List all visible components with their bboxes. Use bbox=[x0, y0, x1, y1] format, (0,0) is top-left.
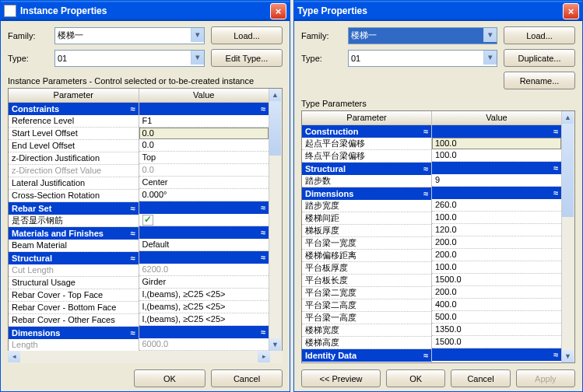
value-cell[interactable]: 0.0 bbox=[139, 128, 269, 139]
param-cell[interactable]: Lateral Justification bbox=[9, 177, 139, 190]
param-cell[interactable]: 梯板厚度 bbox=[302, 225, 431, 237]
param-cell[interactable]: Cross-Section Rotation bbox=[9, 190, 139, 202]
section-header[interactable]: ≈ bbox=[432, 187, 561, 199]
vertical-scrollbar[interactable]: ▲ ▼ bbox=[561, 111, 574, 362]
value-cell[interactable]: Center bbox=[139, 177, 269, 189]
section-header[interactable]: Identity Data≈ bbox=[302, 349, 431, 362]
family-combo[interactable]: 楼梯一▾ bbox=[54, 27, 205, 44]
close-icon[interactable]: × bbox=[270, 3, 286, 19]
param-cell[interactable]: Rebar Cover - Bottom Face bbox=[9, 302, 139, 314]
param-cell[interactable]: Reference Level bbox=[9, 115, 139, 128]
section-header[interactable]: ≈ bbox=[139, 103, 269, 115]
param-cell[interactable]: Length bbox=[9, 339, 139, 351]
section-header[interactable]: Constraints≈ bbox=[9, 103, 139, 115]
ok-button[interactable]: OK bbox=[386, 369, 445, 387]
value-cell[interactable]: 120.0 bbox=[432, 224, 561, 236]
param-cell[interactable]: 是否显示钢筋 bbox=[9, 215, 139, 227]
value-cell[interactable]: F1 bbox=[139, 115, 269, 128]
param-cell[interactable]: 踏步宽度 bbox=[302, 200, 431, 212]
value-cell[interactable]: 400.0 bbox=[432, 299, 561, 311]
scroll-down-icon[interactable]: ▼ bbox=[269, 338, 281, 351]
param-cell[interactable]: 平台梁二高度 bbox=[302, 299, 431, 312]
value-cell[interactable]: 200.0 bbox=[432, 249, 561, 261]
param-cell[interactable]: 平台梁二宽度 bbox=[302, 287, 431, 299]
param-cell[interactable]: 楼梯偏移距离 bbox=[302, 250, 431, 262]
preview-button[interactable]: << Preview bbox=[301, 369, 381, 387]
section-header[interactable]: Construction≈ bbox=[302, 125, 431, 138]
section-header[interactable]: ≈ bbox=[139, 226, 269, 239]
param-cell[interactable]: 踏步数 bbox=[302, 175, 431, 187]
value-cell[interactable]: Default bbox=[139, 239, 269, 251]
section-header[interactable]: ≈ bbox=[139, 201, 269, 214]
titlebar-right[interactable]: Type Properties × bbox=[294, 1, 582, 21]
load-button[interactable]: Load... bbox=[211, 26, 283, 44]
section-header[interactable]: ≈ bbox=[432, 125, 561, 138]
section-header[interactable]: ≈ bbox=[139, 251, 269, 264]
cancel-button[interactable]: Cancel bbox=[211, 369, 283, 387]
scroll-thumb[interactable] bbox=[562, 124, 574, 217]
section-header[interactable]: Structural≈ bbox=[9, 252, 139, 264]
param-cell[interactable]: End Level Offset bbox=[9, 140, 139, 152]
close-icon[interactable]: × bbox=[563, 3, 579, 19]
param-cell[interactable]: Cut Length bbox=[9, 264, 139, 277]
param-cell[interactable]: z-Direction Justification bbox=[9, 152, 139, 165]
load-button[interactable]: Load... bbox=[504, 26, 575, 44]
section-header[interactable]: ≈ bbox=[432, 162, 561, 174]
type-combo[interactable]: 01▾ bbox=[54, 50, 205, 67]
section-header[interactable]: Materials and Finishes≈ bbox=[9, 227, 139, 240]
param-cell[interactable]: Type Comments bbox=[302, 362, 431, 362]
param-cell[interactable]: 楼梯间距 bbox=[302, 212, 431, 225]
value-cell[interactable]: 100.0 bbox=[432, 261, 561, 274]
titlebar-left[interactable]: Instance Properties × bbox=[1, 1, 290, 21]
value-cell[interactable]: 6200.0 bbox=[139, 264, 269, 276]
ok-button[interactable]: OK bbox=[134, 369, 205, 387]
apply-button[interactable]: Apply bbox=[516, 369, 575, 387]
scroll-left-icon[interactable]: ◂ bbox=[8, 351, 20, 362]
section-header[interactable]: Dimensions≈ bbox=[302, 187, 431, 200]
value-cell[interactable]: 260.0 bbox=[432, 199, 561, 212]
section-header[interactable]: ≈ bbox=[432, 348, 561, 361]
value-cell[interactable]: 100.0 bbox=[432, 138, 561, 149]
value-cell[interactable]: 200.0 bbox=[432, 236, 561, 249]
value-cell[interactable]: 1500.0 bbox=[432, 336, 561, 348]
value-cell[interactable]: 100.0 bbox=[432, 149, 561, 162]
value-cell[interactable]: 9 bbox=[432, 174, 561, 187]
param-cell[interactable]: 终点平台梁偏移 bbox=[302, 150, 431, 163]
scroll-up-icon[interactable]: ▲ bbox=[269, 89, 281, 101]
value-cell[interactable]: 1350.0 bbox=[432, 324, 561, 336]
scroll-right-icon[interactable]: ▸ bbox=[258, 351, 270, 362]
family-combo[interactable]: 楼梯一▾ bbox=[348, 27, 497, 44]
section-header[interactable]: ≈ bbox=[139, 326, 269, 338]
param-cell[interactable]: 平台板长度 bbox=[302, 275, 431, 287]
value-cell[interactable]: Girder bbox=[139, 276, 269, 289]
value-cell[interactable]: I,(beams), ≥C25 <25> bbox=[139, 301, 269, 313]
param-cell[interactable]: 平台板厚度 bbox=[302, 262, 431, 275]
value-cell[interactable]: 0.000° bbox=[139, 189, 269, 201]
param-cell[interactable]: 楼梯宽度 bbox=[302, 324, 431, 337]
scroll-up-icon[interactable]: ▲ bbox=[562, 111, 574, 124]
scroll-down-icon[interactable]: ▼ bbox=[562, 350, 574, 362]
value-cell[interactable]: 楼梯 bbox=[432, 361, 561, 362]
value-cell[interactable]: Top bbox=[139, 152, 269, 164]
value-cell[interactable]: 500.0 bbox=[432, 311, 561, 324]
checkbox[interactable]: ✓ bbox=[142, 215, 153, 226]
rename-button[interactable]: Rename... bbox=[504, 72, 575, 89]
section-header[interactable]: Structural≈ bbox=[302, 163, 431, 175]
value-cell[interactable]: ✓ bbox=[139, 214, 269, 226]
value-cell[interactable]: 1500.0 bbox=[432, 274, 561, 286]
value-cell[interactable]: 0.0 bbox=[139, 164, 269, 177]
value-cell[interactable]: 100.0 bbox=[432, 212, 561, 224]
param-cell[interactable]: 起点平台梁偏移 bbox=[302, 138, 431, 150]
duplicate-button[interactable]: Duplicate... bbox=[504, 49, 575, 67]
param-cell[interactable]: Rebar Cover - Other Faces bbox=[9, 314, 139, 327]
value-cell[interactable]: 0.0 bbox=[139, 139, 269, 152]
param-cell[interactable]: Rebar Cover - Top Face bbox=[9, 289, 139, 302]
param-cell[interactable]: 楼梯高度 bbox=[302, 337, 431, 349]
param-cell[interactable]: Start Level Offset bbox=[9, 128, 139, 140]
scroll-thumb[interactable] bbox=[269, 101, 281, 156]
type-combo[interactable]: 01▾ bbox=[348, 50, 497, 67]
section-header[interactable]: Rebar Set≈ bbox=[9, 202, 139, 215]
value-cell[interactable]: I,(beams), ≥C25 <25> bbox=[139, 313, 269, 326]
param-cell[interactable]: Beam Material bbox=[9, 240, 139, 252]
value-cell[interactable]: 6000.0 bbox=[139, 338, 269, 351]
